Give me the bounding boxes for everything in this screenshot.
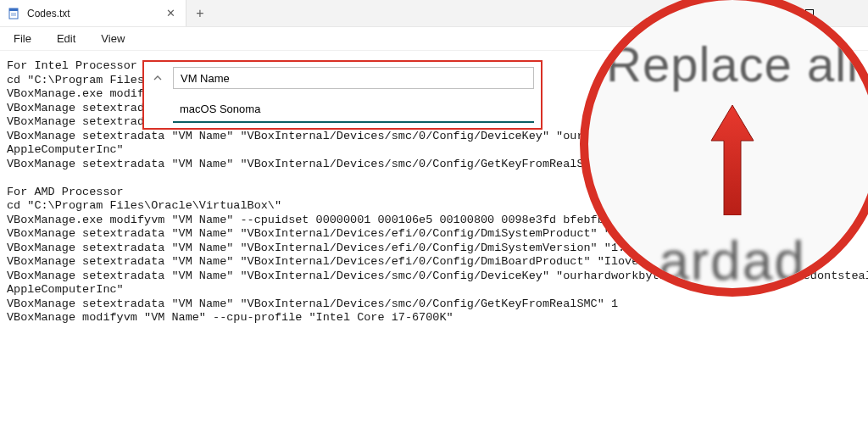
menu-edit[interactable]: Edit xyxy=(53,31,79,47)
notepad-icon xyxy=(7,7,20,20)
close-tab-button[interactable]: ✕ xyxy=(164,7,177,20)
menu-view[interactable]: View xyxy=(97,31,128,47)
tab-title: Codes.txt xyxy=(27,8,157,19)
replace-input[interactable] xyxy=(173,96,534,123)
tab-active[interactable]: Codes.txt ✕ xyxy=(0,0,186,26)
new-tab-button[interactable]: + xyxy=(186,0,214,26)
menu-file[interactable]: File xyxy=(10,31,35,47)
svg-rect-1 xyxy=(9,8,18,11)
collapse-icon[interactable] xyxy=(151,71,164,85)
find-input[interactable] xyxy=(173,67,534,89)
zoom-label: Replace all xyxy=(606,36,859,92)
arrow-icon xyxy=(707,105,758,219)
zoom-cut-text: ardad xyxy=(659,230,806,292)
find-replace-panel xyxy=(142,60,542,130)
close-window-button[interactable] xyxy=(829,0,868,26)
